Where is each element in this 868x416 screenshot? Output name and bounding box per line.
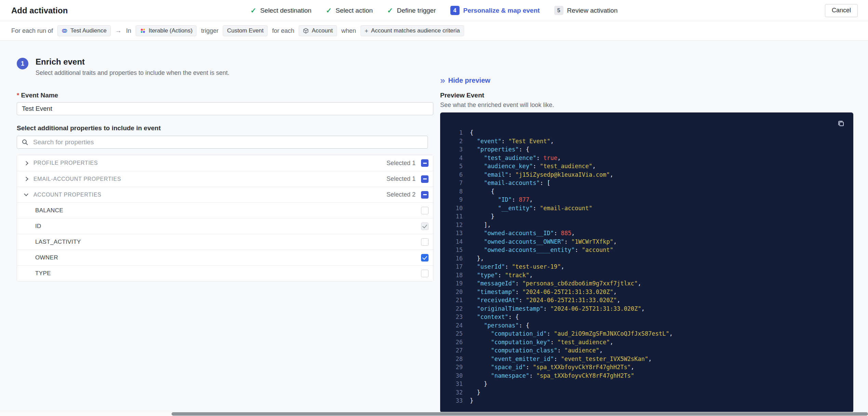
check-icon: ✓ — [250, 7, 257, 14]
enrich-event-section: 1 Enrich event Select additional traits … — [17, 57, 433, 412]
cube-icon — [303, 28, 309, 34]
destination-chip-label: Iterable (Actions) — [149, 27, 193, 34]
selected-count: Selected 1 — [386, 160, 416, 167]
event-type-chip-label: Custom Event — [227, 27, 263, 34]
horizontal-scrollbar — [0, 412, 868, 416]
step-define-trigger[interactable]: ✓ Define trigger — [387, 7, 436, 14]
collapse-chevrons-icon: » — [440, 77, 445, 84]
additional-properties-label: Select additional properties to include … — [17, 124, 433, 132]
group-label: PROFILE PROPERTIES — [33, 160, 98, 166]
selected-count: Selected 1 — [386, 175, 416, 183]
destination-chip[interactable]: Iterable (Actions) — [136, 25, 197, 36]
required-asterisk: * — [17, 92, 19, 99]
property-checkbox[interactable] — [421, 207, 429, 214]
property-row-balance[interactable]: BALANCE — [17, 202, 433, 218]
entity-chip-label: Account — [312, 27, 333, 34]
property-label: ID — [35, 223, 41, 230]
step-label: Define trigger — [397, 7, 436, 14]
preview-title: Preview Event — [440, 92, 853, 99]
audience-chip[interactable]: Test Audience — [57, 25, 111, 36]
section-title: Enrich event — [36, 57, 229, 67]
plus-icon: + — [365, 28, 368, 34]
page-title: Add activation — [11, 6, 68, 15]
event-preview-code-panel[interactable]: 1{2 "event": "Test Event",3 "properties"… — [440, 112, 853, 413]
step-number-badge: 5 — [554, 6, 563, 15]
step-select-destination[interactable]: ✓ Select destination — [250, 7, 312, 14]
when-text: when — [341, 27, 356, 35]
step-review-activation[interactable]: 5 Review activation — [554, 6, 618, 15]
step-label: Select destination — [260, 7, 311, 14]
property-label: OWNER — [35, 254, 58, 261]
hide-preview-link[interactable]: » Hide preview — [440, 77, 490, 84]
code-lines: 1{2 "event": "Test Event",3 "properties"… — [450, 129, 843, 405]
property-checkbox[interactable] — [421, 238, 429, 246]
copy-button[interactable] — [836, 118, 846, 130]
event-name-label: * Event Name — [17, 92, 433, 99]
group-row-email-account-properties[interactable]: EMAIL-ACCOUNT PROPERTIES Selected 1 — [17, 171, 433, 187]
trigger-prefix-text: For each run of — [11, 27, 53, 35]
step-number-badge: 4 — [450, 6, 459, 15]
arrow-icon: → — [115, 27, 122, 35]
section-description: Select additional traits and properties … — [36, 69, 229, 77]
cancel-button[interactable]: Cancel — [825, 4, 858, 17]
selected-count: Selected 2 — [386, 191, 416, 198]
step-label: Select action — [336, 7, 373, 14]
chevron-right-icon — [24, 161, 28, 165]
for-each-text: for each — [272, 27, 294, 35]
group-label: EMAIL-ACCOUNT PROPERTIES — [33, 176, 121, 182]
chevron-right-icon — [24, 177, 28, 181]
check-icon: ✓ — [326, 7, 332, 14]
search-input[interactable] — [17, 136, 428, 149]
scrollbar-thumb[interactable] — [172, 412, 868, 416]
group-checkbox[interactable] — [421, 175, 429, 183]
search-icon — [22, 139, 28, 147]
property-row-last-activity[interactable]: LAST_ACTIVITY — [17, 234, 433, 250]
audience-chip-label: Test Audience — [70, 27, 107, 34]
preview-description: See what the enriched event will look li… — [440, 102, 853, 109]
preview-section: » Hide preview Preview Event See what th… — [440, 57, 853, 412]
group-label: ACCOUNT PROPERTIES — [33, 192, 101, 198]
audience-icon — [62, 28, 68, 34]
group-row-profile-properties[interactable]: PROFILE PROPERTIES Selected 1 — [17, 155, 433, 171]
step-label: Review activation — [567, 7, 618, 14]
section-step-header: 1 Enrich event Select additional traits … — [17, 57, 433, 77]
property-label: BALANCE — [35, 207, 63, 214]
properties-accordion: PROFILE PROPERTIES Selected 1 EMAIL-ACCO… — [17, 155, 433, 281]
group-checkbox[interactable] — [421, 191, 429, 199]
criteria-chip-label: Account matches audience criteria — [371, 27, 460, 34]
event-type-chip[interactable]: Custom Event — [223, 25, 268, 36]
step-select-action[interactable]: ✓ Select action — [326, 7, 372, 14]
property-label: TYPE — [35, 270, 51, 277]
hide-preview-label: Hide preview — [448, 77, 490, 84]
group-row-account-properties[interactable]: ACCOUNT PROPERTIES Selected 2 — [17, 187, 433, 202]
step-personalize-map-event[interactable]: 4 Personalize & map event — [450, 6, 540, 15]
property-checkbox[interactable] — [421, 270, 429, 277]
check-icon: ✓ — [387, 7, 393, 14]
property-checkbox[interactable] — [421, 223, 429, 230]
property-row-id[interactable]: ID — [17, 218, 433, 234]
property-row-type[interactable]: TYPE — [17, 265, 433, 281]
in-text: In — [126, 27, 131, 35]
step-label: Personalize & map event — [463, 7, 540, 14]
top-bar: Add activation ✓ Select destination ✓ Se… — [0, 0, 868, 21]
iterable-logo-icon — [140, 28, 146, 34]
trigger-text: trigger — [201, 27, 218, 35]
main-content: 1 Enrich event Select additional traits … — [0, 41, 868, 412]
property-row-owner[interactable]: OWNER — [17, 250, 433, 265]
stepper: ✓ Select destination ✓ Select action ✓ D… — [250, 6, 618, 15]
copy-icon — [837, 120, 845, 127]
property-checkbox[interactable] — [421, 254, 429, 261]
event-name-input[interactable] — [17, 102, 433, 115]
section-step-number: 1 — [17, 58, 28, 69]
chevron-down-icon — [24, 192, 28, 196]
entity-chip[interactable]: Account — [299, 25, 337, 36]
criteria-chip[interactable]: + Account matches audience criteria — [361, 25, 464, 36]
property-label: LAST_ACTIVITY — [35, 239, 81, 245]
group-checkbox[interactable] — [421, 159, 429, 167]
trigger-summary-bar: For each run of Test Audience → In Itera… — [0, 21, 868, 41]
